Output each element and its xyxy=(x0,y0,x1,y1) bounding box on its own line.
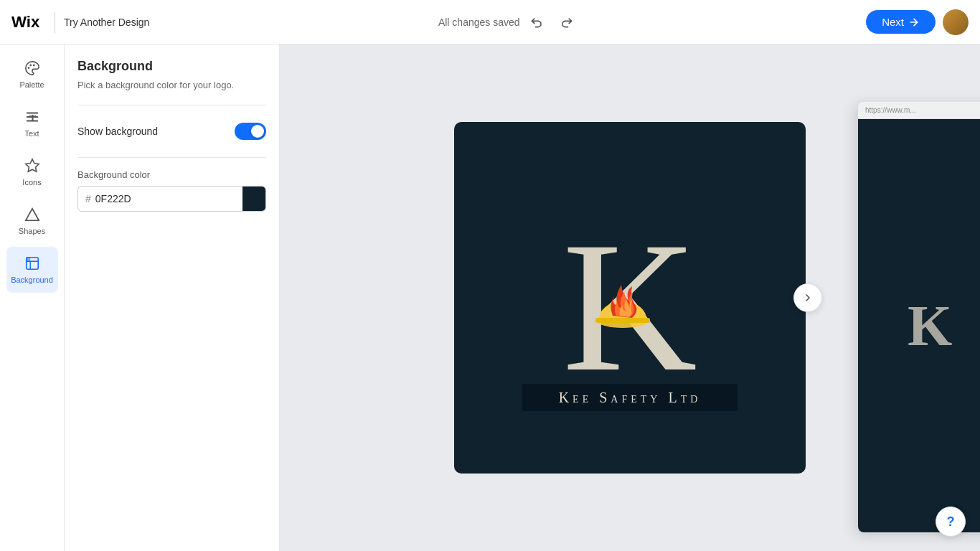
svg-text:T: T xyxy=(29,113,36,123)
star-icon xyxy=(24,158,40,175)
panel-divider-1 xyxy=(77,105,266,105)
svg-point-4 xyxy=(32,65,34,67)
canvas-next-chevron[interactable] xyxy=(793,283,822,312)
browser-mockup: https://www.m... K xyxy=(858,102,980,532)
sidebar-item-background[interactable]: Background xyxy=(6,247,58,293)
svg-rect-11 xyxy=(595,318,650,323)
logo-preview-card: K Kee Safety Ltd xyxy=(454,122,806,474)
next-button[interactable]: Next xyxy=(866,10,936,34)
logo-container: K Kee Safety Ltd xyxy=(508,169,752,427)
main-layout: Palette T Text Icons xyxy=(0,44,980,551)
color-hex-input[interactable] xyxy=(95,193,242,204)
sidebar-item-icons[interactable]: Icons xyxy=(6,149,58,195)
shapes-label: Shapes xyxy=(19,227,45,235)
svg-point-3 xyxy=(29,65,32,67)
toggle-thumb xyxy=(251,125,264,138)
svg-rect-8 xyxy=(26,258,30,262)
background-label: Background xyxy=(11,276,53,284)
browser-bar: https://www.m... xyxy=(858,102,980,119)
show-background-toggle[interactable] xyxy=(235,123,266,140)
sidebar-item-shapes[interactable]: Shapes xyxy=(6,198,58,244)
svg-text:Kee Safety Ltd: Kee Safety Ltd xyxy=(559,390,702,405)
icon-sidebar: Palette T Text Icons xyxy=(0,44,65,551)
color-swatch[interactable] xyxy=(242,187,265,211)
topbar-center: All changes saved xyxy=(438,12,578,32)
wix-logo: Wix xyxy=(11,14,46,31)
save-status: All changes saved xyxy=(438,17,520,28)
undo-button[interactable] xyxy=(526,12,549,32)
sidebar-item-text[interactable]: T Text xyxy=(6,100,58,146)
color-section: Background color # xyxy=(77,169,266,212)
hash-sign: # xyxy=(78,193,95,204)
sidebar-item-palette[interactable]: Palette xyxy=(6,52,58,98)
topbar: Wix Try Another Design All changes saved… xyxy=(0,0,980,44)
background-icon xyxy=(24,255,40,273)
browser-k-letter: K xyxy=(908,293,952,359)
help-button[interactable]: ? xyxy=(936,507,966,537)
text-label: Text xyxy=(24,129,39,138)
palette-label: Palette xyxy=(19,80,44,89)
panel-divider-2 xyxy=(77,157,266,158)
background-panel: Background Pick a background color for y… xyxy=(65,44,280,551)
avatar-image xyxy=(943,9,969,35)
color-label: Background color xyxy=(77,169,266,180)
svg-text:Wix: Wix xyxy=(11,14,40,31)
avatar[interactable] xyxy=(943,9,969,35)
panel-title: Background xyxy=(77,59,266,74)
browser-url: https://www.m... xyxy=(865,106,916,114)
svg-marker-6 xyxy=(25,159,38,171)
shapes-icon xyxy=(24,207,40,224)
try-another-design[interactable]: Try Another Design xyxy=(64,17,149,28)
svg-point-2 xyxy=(27,67,29,69)
show-background-label: Show background xyxy=(77,126,158,137)
canvas-area: K Kee Safety Ltd xyxy=(280,44,980,551)
logo-svg: K Kee Safety Ltd xyxy=(508,169,752,427)
text-icon: T xyxy=(24,109,40,126)
panel-subtitle: Pick a background color for your logo. xyxy=(77,80,266,90)
palette-icon xyxy=(24,60,40,77)
redo-button[interactable] xyxy=(555,12,578,32)
show-background-row: Show background xyxy=(77,117,266,146)
logo-divider xyxy=(55,11,55,33)
browser-content: K xyxy=(858,119,980,532)
right-preview-area: https://www.m... K xyxy=(829,44,980,551)
topbar-left: Wix Try Another Design xyxy=(11,11,149,33)
icons-label: Icons xyxy=(22,178,41,187)
color-input-row: # xyxy=(77,186,266,212)
topbar-right: Next xyxy=(866,9,969,35)
toggle-track xyxy=(235,123,266,140)
